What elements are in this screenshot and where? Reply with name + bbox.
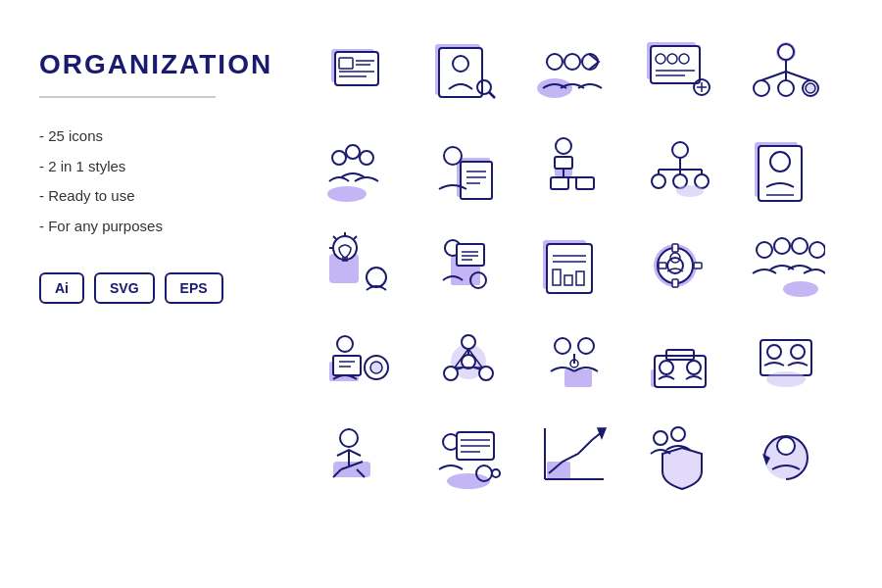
svg-point-42: [444, 147, 462, 165]
icon-row-1: [314, 29, 862, 118]
icon-team-large: [737, 221, 835, 310]
feature-item: - 25 icons: [39, 125, 255, 148]
svg-point-76: [367, 268, 386, 287]
svg-point-13: [547, 54, 563, 70]
svg-rect-96: [659, 263, 666, 269]
svg-line-11: [489, 92, 495, 98]
icon-row-3: [314, 221, 862, 310]
icon-person-floating: [314, 414, 412, 502]
svg-point-12: [537, 78, 572, 98]
divider: [39, 96, 216, 98]
svg-line-73: [354, 236, 357, 239]
icon-team-shield: [631, 414, 729, 502]
icon-grid: [294, 0, 882, 588]
icon-idea-person: [314, 221, 412, 310]
svg-point-150: [492, 469, 500, 477]
svg-rect-79: [457, 244, 484, 266]
svg-point-155: [654, 431, 667, 445]
icon-person-document: [419, 125, 517, 214]
icon-briefcase-people: [631, 318, 729, 406]
svg-point-38: [332, 151, 346, 165]
icon-row-5: [314, 414, 862, 502]
svg-point-63: [676, 185, 704, 197]
svg-point-40: [360, 151, 373, 165]
icon-network-nodes: [419, 318, 517, 406]
svg-point-102: [792, 238, 808, 254]
svg-line-34: [786, 72, 810, 80]
svg-rect-51: [576, 177, 594, 189]
svg-point-99: [783, 281, 818, 297]
svg-rect-65: [759, 146, 802, 201]
icon-team-arrow: [525, 29, 623, 118]
badge-eps: EPS: [165, 272, 223, 304]
svg-line-32: [761, 72, 786, 80]
svg-rect-43: [461, 162, 492, 199]
icon-id-badge: [314, 29, 412, 118]
icon-chart-upward: [525, 414, 623, 502]
svg-point-116: [462, 355, 475, 368]
svg-point-124: [555, 338, 570, 354]
svg-point-48: [556, 138, 571, 154]
icon-presentation: [631, 29, 729, 118]
svg-point-158: [777, 437, 795, 455]
svg-point-57: [652, 174, 665, 188]
svg-point-29: [778, 80, 794, 96]
svg-point-156: [671, 427, 685, 441]
feature-item: - 2 in 1 styles: [39, 156, 255, 178]
icon-gear-person: [631, 221, 729, 310]
svg-point-136: [766, 371, 806, 387]
svg-point-138: [340, 429, 358, 447]
left-panel: ORGANIZATION - 25 icons - 2 in 1 styles …: [0, 0, 294, 588]
svg-point-125: [578, 338, 594, 354]
icon-row-2: [314, 125, 862, 214]
svg-point-54: [672, 142, 688, 158]
icon-person-search: [419, 29, 517, 118]
svg-point-27: [778, 44, 794, 60]
icon-two-people-network: [525, 318, 623, 406]
icon-hierarchy-diagram: [631, 125, 729, 214]
svg-point-28: [754, 80, 769, 96]
svg-point-15: [582, 54, 598, 70]
badge-ai: Ai: [39, 272, 84, 304]
icon-person-cycle: [737, 414, 835, 502]
icon-person-pointer: [314, 318, 412, 406]
icon-document-chart: [525, 221, 623, 310]
page-title: ORGANIZATION: [39, 49, 255, 80]
icon-placeholder-4-5: [737, 318, 835, 406]
svg-marker-154: [598, 428, 606, 438]
svg-point-103: [809, 242, 825, 258]
svg-rect-106: [333, 356, 361, 375]
svg-point-101: [774, 238, 790, 254]
icon-row-4: [314, 318, 862, 406]
svg-rect-17: [651, 46, 700, 83]
svg-point-37: [327, 186, 367, 202]
svg-rect-94: [672, 244, 678, 252]
icon-person-hierarchy: [525, 125, 623, 214]
features-list: - 25 icons - 2 in 1 styles - Ready to us…: [39, 125, 255, 237]
svg-rect-137: [333, 462, 370, 477]
svg-rect-52: [551, 177, 568, 189]
badge-svg: SVG: [94, 272, 155, 304]
icon-person-board: [419, 221, 517, 310]
icon-person-monitor: [419, 414, 517, 502]
feature-item: - For any purposes: [39, 216, 255, 238]
icon-group-people: [314, 125, 412, 214]
svg-point-69: [333, 236, 357, 260]
svg-rect-133: [760, 340, 811, 375]
svg-rect-95: [672, 279, 678, 287]
svg-rect-97: [694, 263, 702, 269]
svg-point-105: [337, 336, 353, 352]
icon-org-chart: [737, 29, 835, 118]
svg-point-113: [462, 335, 475, 349]
svg-point-39: [346, 145, 360, 159]
svg-point-14: [564, 54, 580, 70]
feature-item: - Ready to use: [39, 185, 255, 208]
badges-group: Ai SVG EPS: [39, 272, 255, 304]
svg-point-100: [757, 242, 772, 258]
icon-id-portrait: [737, 125, 835, 214]
svg-line-72: [333, 236, 336, 239]
svg-rect-123: [564, 369, 592, 387]
svg-rect-49: [555, 157, 572, 169]
